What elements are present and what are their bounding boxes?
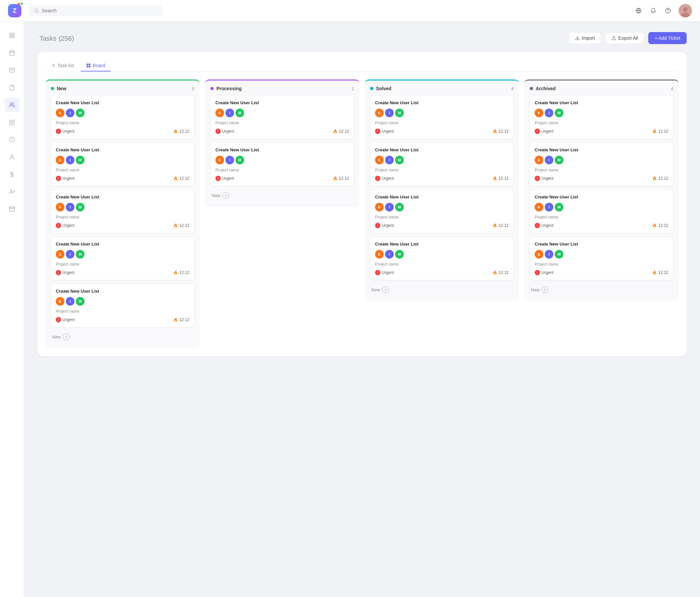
priority-label: Urgent xyxy=(541,223,553,228)
priority-label: Urgent xyxy=(541,270,553,275)
sidebar-item-team[interactable] xyxy=(5,98,19,112)
task-card[interactable]: Create New User ListEIMProject name!Urge… xyxy=(370,95,514,139)
date-icon: 🔥 xyxy=(333,176,338,181)
date-icon: 🔥 xyxy=(652,271,657,275)
task-card[interactable]: Create New User ListEIMProject name!Urge… xyxy=(370,142,514,186)
help-icon[interactable] xyxy=(664,7,672,15)
sidebar-item-add-user[interactable] xyxy=(5,184,19,199)
board: New5Create New User ListEIMProject name!… xyxy=(45,79,679,348)
svg-rect-12 xyxy=(10,36,11,38)
date-icon: 🔥 xyxy=(493,129,497,134)
card-project: Project name xyxy=(375,215,509,220)
card-project: Project name xyxy=(535,262,668,267)
card-avatar-e: E xyxy=(535,203,543,212)
card-project: Project name xyxy=(56,262,190,267)
card-avatar-e: E xyxy=(535,156,543,164)
card-avatar-i: I xyxy=(66,250,74,258)
card-avatar-i: I xyxy=(385,156,394,164)
app-logo[interactable]: Z xyxy=(8,4,21,17)
column-header-solved: Solved4 xyxy=(370,86,514,91)
globe-icon[interactable] xyxy=(634,7,643,15)
card-avatar-i: I xyxy=(385,250,394,258)
sidebar-item-people[interactable] xyxy=(5,150,19,164)
card-date: 🔥12.12 xyxy=(333,176,349,181)
svg-point-17 xyxy=(10,103,12,104)
card-footer: !Urgent🔥12.12 xyxy=(375,129,509,134)
column-solved: Solved4Create New User ListEIMProject na… xyxy=(365,79,519,301)
task-card[interactable]: Create New User ListEIMProject name!Urge… xyxy=(530,142,673,186)
sidebar-item-calendar[interactable] xyxy=(5,45,19,60)
task-card[interactable]: Create New User ListEIMProject name!Urge… xyxy=(51,142,194,186)
task-card[interactable]: Create New User ListEIMProject name!Urge… xyxy=(370,237,514,280)
priority-icon: ! xyxy=(375,223,380,228)
import-button[interactable]: Import xyxy=(569,32,601,44)
sidebar-item-docs[interactable] xyxy=(5,80,19,95)
task-card[interactable]: Create New User ListEIMProject name!Urge… xyxy=(51,237,194,280)
card-avatar-m: M xyxy=(395,203,404,212)
card-avatar-m: M xyxy=(555,250,564,258)
card-date-text: 12.12 xyxy=(499,129,509,134)
card-avatar-i: I xyxy=(225,108,234,117)
logo-dot-green xyxy=(21,3,23,5)
card-title: Create New User List xyxy=(56,147,190,152)
card-date-text: 12.12 xyxy=(658,270,668,275)
add-new-archived[interactable]: New+ xyxy=(530,283,673,296)
card-date: 🔥12.12 xyxy=(493,129,509,134)
add-new-solved[interactable]: New+ xyxy=(370,283,514,296)
main-content: Tasks(256) Import Export All + Add Ticke… xyxy=(24,21,700,597)
tab-task-list[interactable]: Task list xyxy=(45,60,79,72)
card-priority: !Urgent xyxy=(535,223,553,228)
sidebar-item-messages[interactable] xyxy=(5,63,19,77)
task-card[interactable]: Create New User ListEIMProject name!Urge… xyxy=(51,283,194,327)
card-priority: !Urgent xyxy=(535,176,553,181)
page-header: Tasks(256) Import Export All + Add Ticke… xyxy=(38,32,686,44)
card-date-text: 12.12 xyxy=(658,129,668,134)
sidebar-item-plugins[interactable] xyxy=(5,132,19,147)
sidebar-item-notes[interactable] xyxy=(5,115,19,130)
sidebar-item-archive[interactable] xyxy=(5,202,19,217)
tab-board[interactable]: Board xyxy=(81,60,110,72)
task-card[interactable]: Create New User ListEIMProject name!Urge… xyxy=(51,190,194,233)
card-title: Create New User List xyxy=(56,289,190,294)
add-new-processing[interactable]: New+ xyxy=(210,190,354,201)
date-icon: 🔥 xyxy=(652,224,657,228)
add-ticket-button[interactable]: + Add Ticket xyxy=(648,32,686,44)
task-card[interactable]: Create New User ListEIMProject name!Urge… xyxy=(210,142,354,186)
task-card[interactable]: Create New User ListEIMProject name!Urge… xyxy=(530,237,673,280)
search-input[interactable] xyxy=(42,8,158,14)
task-card[interactable]: Create New User ListEIMProject name!Urge… xyxy=(530,190,673,233)
sidebar-item-finance[interactable] xyxy=(5,167,19,182)
svg-rect-39 xyxy=(89,66,90,67)
card-title: Create New User List xyxy=(56,194,190,199)
svg-rect-37 xyxy=(89,64,90,65)
priority-label: Urgent xyxy=(62,270,74,275)
card-title: Create New User List xyxy=(375,147,509,152)
search-bar[interactable] xyxy=(29,5,163,16)
add-new-new[interactable]: New+ xyxy=(51,331,194,343)
task-card[interactable]: Create New User ListEIMProject name!Urge… xyxy=(370,190,514,233)
task-card[interactable]: Create New User ListEIMProject name!Urge… xyxy=(530,95,673,139)
card-avatar-e: E xyxy=(375,156,384,164)
card-priority: !Urgent xyxy=(56,317,74,322)
card-footer: !Urgent🔥12.12 xyxy=(56,129,190,134)
sidebar-item-dashboard[interactable] xyxy=(5,28,19,43)
priority-label: Urgent xyxy=(62,176,74,181)
task-card[interactable]: Create New User ListEIMProject name!Urge… xyxy=(51,95,194,139)
card-date-text: 12.12 xyxy=(339,176,349,181)
card-title: Create New User List xyxy=(216,100,349,105)
card-avatar-i: I xyxy=(66,156,74,164)
card-date-text: 12.12 xyxy=(179,270,190,275)
card-date: 🔥12.12 xyxy=(652,176,668,181)
card-avatars: EIM xyxy=(535,203,668,212)
export-button[interactable]: Export All xyxy=(605,32,644,44)
card-date: 🔥12.12 xyxy=(173,317,190,322)
plus-icon: + xyxy=(222,192,229,199)
task-card[interactable]: Create New User ListEIMProject name!Urge… xyxy=(210,95,354,139)
bell-icon[interactable] xyxy=(649,7,657,15)
user-avatar[interactable] xyxy=(679,4,692,17)
date-icon: 🔥 xyxy=(173,129,178,134)
card-priority: !Urgent xyxy=(375,270,394,275)
card-priority: !Urgent xyxy=(216,176,234,181)
priority-icon: ! xyxy=(56,223,61,228)
card-project: Project name xyxy=(535,215,668,220)
